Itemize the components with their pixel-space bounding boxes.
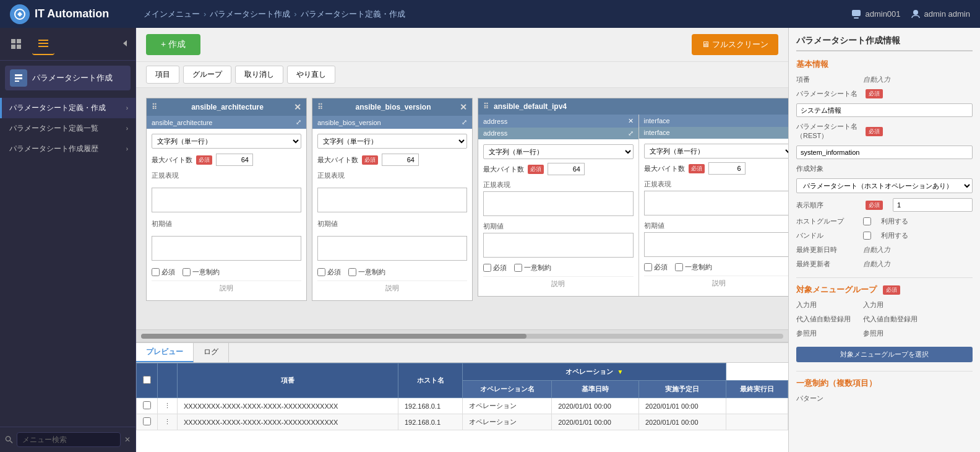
row-cb[interactable] [137, 398, 158, 414]
required-checkbox[interactable]: 必須 [152, 267, 175, 277]
divider [796, 371, 973, 372]
sidebar-item-history[interactable]: パラメータシート作成履歴 › [0, 139, 135, 159]
svg-rect-6 [11, 45, 15, 49]
host-group-label: ホストグループ [796, 217, 858, 226]
fullscreen-button[interactable]: 🖥 フルスクリーン [692, 34, 778, 55]
search-input[interactable] [17, 432, 121, 447]
create-target-row: 作成対象 [796, 164, 973, 173]
type-select[interactable]: 文字列（単一行） [152, 134, 301, 149]
sidebar-grid-icon[interactable] [5, 33, 27, 55]
search-clear-icon[interactable]: ✕ [124, 435, 131, 444]
last-updated-value: 自動入力 [863, 245, 890, 254]
row-menu[interactable]: ⋮ [158, 398, 178, 414]
svg-rect-4 [11, 39, 15, 43]
section-unique: 一意制約（複数項目） [796, 378, 973, 389]
section-basic: 基本情報 [796, 59, 973, 70]
default-input[interactable] [152, 236, 301, 261]
card-col-interface: interface interface ⤢ 文字列（単一行） [639, 115, 789, 296]
unique-checkbox[interactable]: 一意制約 [675, 263, 712, 272]
regex-row: 正規表現 [317, 171, 467, 183]
row-host: 192.168.0.1 [398, 398, 462, 414]
sidebar-item-list[interactable]: パラメータシート定義一覧 › [0, 118, 135, 139]
create-target-select[interactable]: パラメータシート（ホストオペレーションあり） [796, 178, 973, 193]
default-input[interactable] [317, 236, 467, 261]
group-button[interactable]: グループ [183, 66, 231, 84]
sidebar: パラメータシート作成 パラメータシート定義・作成 › パラメータシート定義一覧 … [0, 28, 136, 452]
tab-preview[interactable]: プレビュー [136, 343, 194, 362]
col-resize-icon[interactable]: ⤢ [628, 129, 634, 137]
last-updated-label: 最終更新日時 [796, 245, 858, 254]
regex-input[interactable] [152, 188, 301, 212]
sidebar-item-create[interactable]: パラメータシート定義・作成 › [0, 98, 135, 118]
default-input[interactable] [483, 233, 634, 258]
sheet-name-input[interactable] [796, 103, 973, 117]
unique-checkbox[interactable]: 一意制約 [348, 267, 385, 277]
header-user-name[interactable]: admin admin [911, 9, 970, 19]
breadcrumb-main[interactable]: メインメニュー [144, 9, 200, 20]
desc-field: 説明 [317, 280, 467, 295]
unique-checkbox[interactable]: 一意制約 [514, 263, 551, 272]
required-checkbox[interactable]: 必須 [644, 263, 668, 272]
required-badge: 必須 [883, 285, 900, 295]
svg-rect-10 [38, 46, 48, 47]
sidebar-list-icon[interactable] [32, 33, 54, 55]
unique-checkbox[interactable]: 一意制約 [183, 267, 220, 277]
tab-log[interactable]: ログ [194, 343, 229, 362]
horizontal-scrollbar[interactable] [136, 329, 788, 342]
drag-handle-icon[interactable]: ⠿ [483, 102, 489, 111]
select-all-checkbox[interactable] [143, 376, 151, 384]
desc-field: 説明 [483, 276, 634, 291]
card-resize-icon[interactable]: ⤢ [462, 118, 467, 126]
row-last-exec [726, 414, 788, 430]
regex-label: 正規表現 [317, 171, 345, 180]
card-close-btn[interactable]: ✕ [460, 102, 467, 112]
row-cb[interactable] [137, 414, 158, 430]
row-menu[interactable]: ⋮ [158, 414, 178, 430]
regex-input[interactable] [317, 188, 467, 212]
redo-button[interactable]: やり直し [287, 66, 335, 84]
required-checkbox[interactable]: 必須 [317, 267, 341, 277]
input-label: 入力用 [796, 300, 858, 310]
regex-row: 正規表現 [152, 171, 301, 183]
default-input[interactable] [644, 232, 789, 257]
card-subtitle: ansible_bios_version [317, 119, 381, 126]
preview-table-container: 項番 ホスト名 オペレーション ▼ オペレーション名 基準日時 実施予定 [136, 363, 788, 452]
drag-handle-icon[interactable]: ⠿ [317, 103, 323, 111]
header-user-icon[interactable]: admin001 [851, 9, 900, 19]
col-body: 文字列（単一行） 最大バイト数 必須 正規表現 初期値 [478, 139, 638, 296]
col-type-select[interactable]: 文字列（単一行） [483, 144, 634, 159]
select-menu-group-btn[interactable]: 対象メニューグループを選択 [796, 347, 973, 362]
card-close-btn[interactable]: ✕ [628, 117, 634, 125]
host-group-checkbox[interactable] [863, 217, 871, 225]
card-resize-icon[interactable]: ⤢ [296, 118, 301, 126]
max-bytes-input[interactable] [548, 163, 585, 175]
toolbar: + 作成 🖥 フルスクリーン [136, 28, 788, 62]
main-layout: パラメータシート作成 パラメータシート定義・作成 › パラメータシート定義一覧 … [0, 28, 980, 452]
card-close-btn[interactable]: ✕ [294, 102, 301, 112]
type-select[interactable]: 文字列（単一行） [317, 134, 467, 149]
drag-handle-icon[interactable]: ⠿ [152, 103, 157, 111]
table-row: ⋮ XXXXXXXX-XXXX-XXXX-XXXX-XXXXXXXXXXXX 1… [137, 414, 788, 430]
row-op-name: オペレーション [463, 398, 552, 414]
max-bytes-input[interactable] [216, 154, 253, 166]
sheet-name-rest-input[interactable] [796, 146, 973, 159]
breadcrumb: メインメニュー › パラメータシート作成 › パラメータシート定義・作成 [144, 9, 841, 20]
regex-input[interactable] [483, 191, 634, 216]
max-bytes-input[interactable] [708, 162, 746, 175]
cancel-button[interactable]: 取り消し [235, 66, 283, 84]
max-bytes-input[interactable] [382, 154, 419, 166]
regex-input[interactable] [644, 191, 789, 215]
regex-label: 正規表現 [152, 171, 179, 180]
max-bytes-label: 最大バイト数 [483, 165, 524, 174]
create-button[interactable]: + 作成 [146, 34, 200, 55]
breadcrumb-sheet[interactable]: パラメータシート作成 [210, 9, 290, 20]
sidebar-collapse-btn[interactable] [121, 38, 131, 50]
row-item-no: XXXXXXXX-XXXX-XXXX-XXXX-XXXXXXXXXXXX [178, 414, 398, 430]
required-checkbox[interactable]: 必須 [483, 263, 507, 272]
display-order-input[interactable] [893, 198, 973, 212]
item-button[interactable]: 項目 [146, 66, 179, 84]
sheet-name-label: パラメータシート名 [796, 89, 858, 98]
col-type-select[interactable]: 文字列（単一行） [644, 144, 789, 159]
bundle-checkbox[interactable] [863, 232, 871, 240]
app-title: IT Automation [35, 7, 109, 20]
